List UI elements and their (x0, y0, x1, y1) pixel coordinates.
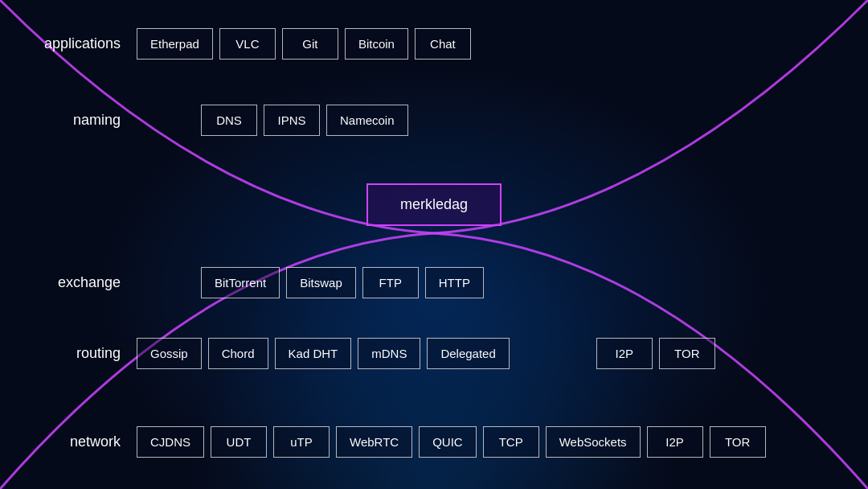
box-dns: DNS (201, 105, 257, 136)
exchange-boxes: BitTorrent Bitswap FTP HTTP (201, 267, 484, 298)
box-namecoin: Namecoin (326, 105, 408, 136)
naming-label: naming (0, 112, 137, 129)
applications-row: applications Etherpad VLC Git Bitcoin Ch… (0, 28, 868, 60)
naming-boxes: DNS IPNS Namecoin (201, 105, 408, 136)
box-vlc: VLC (219, 28, 276, 60)
exchange-label: exchange (0, 274, 137, 291)
box-ftp: FTP (362, 267, 419, 298)
box-bitswap: Bitswap (286, 267, 356, 298)
applications-label: applications (0, 35, 137, 52)
naming-row: naming DNS IPNS Namecoin (0, 105, 868, 136)
box-webrtc: WebRTC (336, 426, 412, 458)
box-i2p-network: I2P (647, 426, 703, 458)
box-git: Git (282, 28, 338, 60)
box-chat: Chat (415, 28, 471, 60)
box-mdns: mDNS (358, 338, 420, 369)
routing-label: routing (0, 345, 137, 362)
box-i2p-routing: I2P (596, 338, 653, 369)
routing-boxes: Gossip Chord Kad DHT mDNS Delegated I2P … (137, 338, 715, 369)
box-delegated: Delegated (427, 338, 509, 369)
box-tcp: TCP (483, 426, 539, 458)
box-kaddht: Kad DHT (275, 338, 352, 369)
network-row: network CJDNS UDT uTP WebRTC QUIC TCP We… (0, 426, 868, 458)
box-gossip: Gossip (137, 338, 202, 369)
box-udt: UDT (211, 426, 267, 458)
box-etherpad: Etherpad (137, 28, 213, 60)
routing-row: routing Gossip Chord Kad DHT mDNS Delega… (0, 338, 868, 369)
box-merkledag: merkledag (366, 183, 502, 226)
box-tor-routing: TOR (659, 338, 715, 369)
box-ipns: IPNS (264, 105, 320, 136)
box-cjdns: CJDNS (137, 426, 204, 458)
applications-boxes: Etherpad VLC Git Bitcoin Chat (137, 28, 471, 60)
box-bittorrent: BitTorrent (201, 267, 280, 298)
box-http: HTTP (425, 267, 484, 298)
box-bitcoin: Bitcoin (345, 28, 408, 60)
box-quic: QUIC (419, 426, 477, 458)
box-websockets: WebSockets (546, 426, 641, 458)
box-utp: uTP (273, 426, 330, 458)
network-label: network (0, 434, 137, 450)
box-tor-network: TOR (710, 426, 766, 458)
exchange-row: exchange BitTorrent Bitswap FTP HTTP (0, 267, 868, 298)
box-chord: Chord (208, 338, 268, 369)
network-boxes: CJDNS UDT uTP WebRTC QUIC TCP WebSockets… (137, 426, 766, 458)
merkledag-row: merkledag (0, 183, 868, 226)
